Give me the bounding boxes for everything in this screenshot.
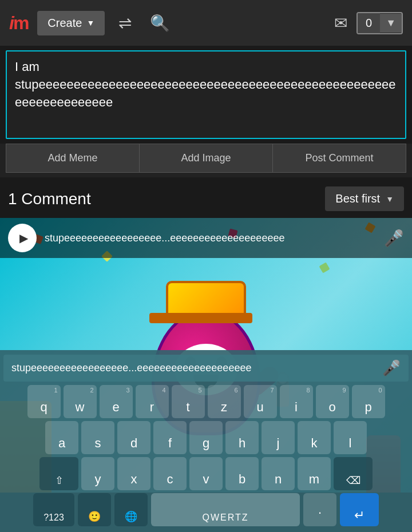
notification-badge[interactable]: 0 ▼ [356,12,403,34]
key-numbers[interactable]: ?123 [33,493,74,526]
keyboard-row-4: ?123 🙂 🌐 QWERTZ . ↵ [3,493,409,526]
num-hint-3: 3 [126,387,129,394]
num-hint-1: 1 [54,387,57,394]
key-q[interactable]: 1q [27,385,61,418]
comment-avatar[interactable]: ▶ [8,224,37,252]
num-hint-7: 7 [270,387,274,394]
key-b[interactable]: b [225,457,259,490]
action-buttons-bar: Add Meme Add Image Post Comment [0,144,412,177]
key-emoji[interactable]: 🙂 [78,493,111,526]
sort-label: Best first [335,192,380,205]
key-y[interactable]: y [81,457,114,490]
add-meme-button[interactable]: Add Meme [6,144,139,173]
num-hint-2: 2 [90,387,93,394]
key-h[interactable]: h [225,421,259,454]
shuffle-icon[interactable]: ⇌ [114,9,136,37]
create-button[interactable]: Create ▼ [37,11,105,35]
key-l[interactable]: l [334,421,367,454]
comment-input-area: I am stupeeeeeeeeeeeeeeeeeeeeeeeeeeeeeee… [6,50,406,139]
key-e[interactable]: 3e [100,385,133,418]
key-z[interactable]: 6z [208,385,241,418]
key-v[interactable]: v [189,457,223,490]
key-a[interactable]: a [45,421,78,454]
suggestion-row: stupeeeeeeeeeeeeeeeee...eeeeeeeeeeeeeeee… [3,355,409,382]
char-hat-brim [149,313,252,323]
key-u[interactable]: 7u [244,385,277,418]
num-hint-9: 9 [342,387,346,394]
keyboard-row-3: ⇧ y x c v b n m ⌫ [3,457,409,490]
top-navigation: im Create ▼ ⇌ 🔍 ✉ 0 ▼ [0,0,412,46]
key-globe[interactable]: 🌐 [114,493,148,526]
create-label: Create [47,17,82,30]
key-enter[interactable]: ↵ [340,493,379,526]
chevron-down-icon: ▼ [86,18,94,27]
comments-header: 1 Comment Best first ▼ [0,177,412,218]
num-hint-8: 8 [306,387,310,394]
mic-keyboard-icon[interactable]: 🎤 [382,359,401,377]
num-hint-6: 6 [234,387,237,394]
keyboard: stupeeeeeeeeeeeeeeeee...eeeeeeeeeeeeeeee… [0,350,412,532]
num-hint-0: 0 [378,387,382,394]
key-f[interactable]: f [153,421,187,454]
confetti-decor [319,263,330,273]
num-hint-4: 4 [162,387,165,394]
keyboard-row-2: a s d f g h j k l [3,421,409,454]
sort-button[interactable]: Best first ▼ [325,186,404,211]
key-m[interactable]: m [298,457,331,490]
key-o[interactable]: 9o [316,385,349,418]
search-icon[interactable]: 🔍 [145,9,175,37]
num-hint-5: 5 [198,387,201,394]
key-w[interactable]: 2w [64,385,97,418]
key-j[interactable]: j [262,421,295,454]
microphone-icon[interactable]: 🎤 [384,229,404,248]
key-p[interactable]: 0p [352,385,385,418]
post-comment-button[interactable]: Post Comment [272,144,406,173]
key-backspace[interactable]: ⌫ [334,457,373,490]
key-t[interactable]: 5t [172,385,205,418]
sort-chevron-icon: ▼ [386,194,394,204]
comments-count: 1 Comment [8,190,91,208]
key-i[interactable]: 8i [280,385,313,418]
key-g[interactable]: g [189,421,223,454]
key-shift[interactable]: ⇧ [39,457,78,490]
notif-count: 0 [358,13,380,33]
key-r[interactable]: 4r [136,385,169,418]
key-s[interactable]: s [81,421,114,454]
logo: im [9,13,28,34]
key-c[interactable]: c [153,457,187,490]
add-image-button[interactable]: Add Image [139,144,272,173]
key-space[interactable]: QWERTZ [151,493,300,526]
key-d[interactable]: d [117,421,150,454]
notif-dropdown-icon[interactable]: ▼ [380,14,402,33]
key-n[interactable]: n [262,457,295,490]
play-icon: ▶ [19,231,28,245]
mail-icon[interactable]: ✉ [334,14,347,33]
key-x[interactable]: x [117,457,150,490]
comment-preview-row: ▶ stupeeeeeeeeeeeeeeeee...eeeeeeeeeeeeee… [0,218,412,258]
keyboard-row-1: 1q 2w 3e 4r 5t 6z 7u 8i 9o 0p [3,385,409,418]
key-k[interactable]: k [298,421,331,454]
suggestion-text: stupeeeeeeeeeeeeeeeee...eeeeeeeeeeeeeeee… [11,362,382,374]
comment-preview-text: stupeeeeeeeeeeeeeeeee...eeeeeeeeeeeeeeee… [45,232,376,244]
key-period[interactable]: . [303,493,336,526]
comment-textarea[interactable]: I am stupeeeeeeeeeeeeeeeeeeeeeeeeeeeeeee… [15,58,397,129]
